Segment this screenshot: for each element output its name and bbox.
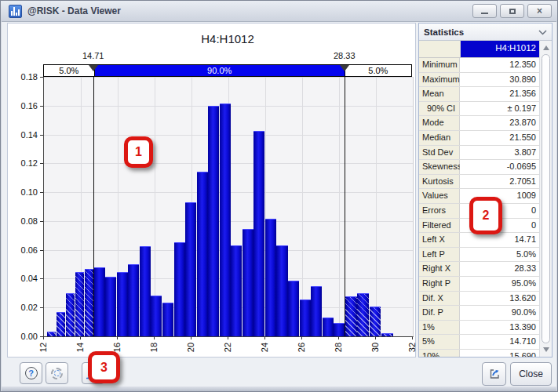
close-window-button[interactable]: × — [527, 4, 552, 18]
window-bottom-edge — [2, 387, 556, 391]
histogram-bar — [197, 172, 208, 336]
stat-value: 5.0% — [460, 248, 539, 262]
stat-label: Values — [419, 189, 460, 203]
x-tick — [117, 336, 118, 339]
stat-value: 15.690 — [460, 350, 539, 357]
y-tick-label: 0.02 — [8, 303, 38, 312]
stat-value: 14.71 — [460, 233, 539, 247]
histogram-bar — [185, 202, 196, 336]
close-icon: × — [537, 7, 542, 15]
stat-label: Skewness — [419, 160, 460, 174]
stat-value: 13.390 — [460, 321, 539, 335]
stat-row: Right X28.33 — [419, 262, 539, 277]
x-tick-label: 24 — [260, 343, 269, 352]
histogram-bar — [231, 245, 242, 336]
minimize-button[interactable] — [472, 4, 497, 18]
settings-button[interactable] — [46, 362, 68, 384]
stat-row: Left X14.71 — [419, 233, 539, 248]
histogram-bar — [94, 267, 105, 336]
window-title: @RISK - Data Viewer — [27, 5, 121, 16]
export-icon — [488, 368, 501, 380]
stat-label: Maximum — [419, 73, 460, 87]
stat-label: Mean — [419, 87, 460, 101]
x-tick — [80, 336, 81, 339]
stat-value: 90.0% — [460, 306, 539, 320]
scroll-down-icon[interactable] — [543, 347, 549, 352]
right-delimiter-line[interactable] — [345, 77, 345, 336]
stat-row: Kurtosis2.7051 — [419, 175, 539, 190]
x-tick — [154, 336, 155, 339]
statistics-panel-header[interactable]: Statistics — [419, 24, 552, 41]
histogram-bar — [288, 281, 299, 336]
help-icon: ? — [25, 367, 38, 379]
stat-label: Dif. X — [419, 292, 460, 306]
titlebar: @RISK - Data Viewer × — [1, 1, 557, 21]
chevron-down-icon[interactable] — [538, 27, 547, 37]
callout-1: 1 — [124, 136, 153, 168]
right-delimiter-handle[interactable] — [340, 65, 349, 71]
y-tick-label: 0.12 — [8, 158, 38, 168]
y-tick — [40, 135, 43, 136]
stat-value: 23.870 — [460, 116, 539, 130]
stat-row: Mode23.870 — [419, 116, 539, 131]
stat-value: 13.620 — [460, 292, 539, 306]
risk-data-viewer-window: @RISK - Data Viewer × H4:H1012 14.71 28.… — [0, 0, 558, 392]
stat-value: ± 0.197 — [460, 102, 539, 116]
left-delimiter-line[interactable] — [93, 77, 94, 336]
stat-row: Dif. P90.0% — [419, 306, 539, 321]
stats-scrollbar[interactable] — [539, 41, 552, 357]
stat-row: Median21.550 — [419, 131, 539, 146]
stat-value: 2.7051 — [460, 175, 539, 189]
confidence-band[interactable]: 90.0% — [94, 65, 345, 76]
scrollbar-thumb[interactable] — [542, 54, 550, 343]
histogram-bar — [357, 293, 369, 336]
histogram-bar — [300, 299, 311, 336]
callout-1-number: 1 — [135, 145, 142, 159]
stats-table-header-row: H4:H1012 — [419, 41, 539, 58]
left-tail-band[interactable]: 5.0% — [44, 65, 94, 76]
close-button[interactable]: Close — [510, 362, 552, 386]
stat-label: 1% — [419, 321, 460, 335]
x-tick-label: 26 — [297, 343, 306, 352]
y-tick-label: 0.10 — [8, 187, 38, 197]
y-tick — [40, 106, 43, 107]
histogram-bar — [174, 242, 185, 336]
v-gridline — [339, 77, 340, 336]
stat-row: Mean21.356 — [419, 87, 539, 102]
right-tail-band[interactable]: 5.0% — [345, 65, 411, 76]
statistics-panel: Statistics H4:H1012 Minimum12.350Maximum… — [418, 23, 553, 358]
x-tick-label: 14 — [75, 343, 85, 352]
stat-value: 12.350 — [460, 58, 539, 72]
probability-band: 5.0% 90.0% 5.0% — [43, 64, 412, 77]
chart-panel: H4:H1012 14.71 28.33 5.0% 90.0% 5.0% 0.0… — [7, 23, 416, 358]
y-tick — [40, 307, 43, 308]
stat-label: 5% — [419, 335, 460, 349]
histogram-bar — [345, 296, 357, 336]
histogram-bar — [47, 332, 56, 336]
stat-value: 21.356 — [460, 87, 539, 101]
x-tick — [301, 336, 302, 339]
maximize-button[interactable] — [500, 4, 524, 18]
x-tick-label: 20 — [186, 343, 195, 352]
y-tick — [40, 77, 43, 78]
stat-value: 3.807 — [460, 146, 539, 160]
histogram-bar — [85, 269, 93, 336]
x-tick-label: 28 — [334, 343, 343, 352]
x-tick-label: 32 — [407, 343, 417, 352]
stat-row: Left P5.0% — [419, 248, 539, 263]
left-delimiter-handle[interactable] — [89, 65, 98, 71]
v-gridline — [302, 77, 303, 336]
stat-label: 90% CI — [419, 102, 460, 116]
y-tick — [40, 192, 43, 193]
x-tick — [338, 336, 339, 339]
stat-value: 14.710 — [460, 335, 539, 349]
stat-label: 10% — [419, 350, 460, 357]
stat-row: Std Dev3.807 — [419, 146, 539, 161]
scroll-up-icon[interactable] — [543, 45, 549, 50]
stat-row: 10%15.690 — [419, 350, 539, 357]
help-button[interactable]: ? — [20, 362, 42, 384]
histogram-bar — [265, 219, 276, 336]
export-button[interactable] — [482, 362, 506, 386]
y-tick-label: 0.04 — [8, 274, 38, 283]
histogram-bar — [276, 245, 287, 336]
